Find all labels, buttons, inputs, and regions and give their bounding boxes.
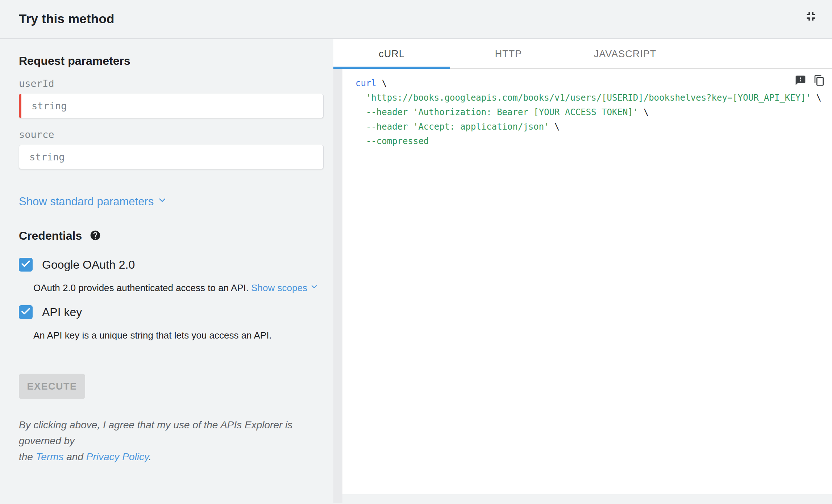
copy-icon <box>814 75 825 87</box>
param-field-userid: userId <box>19 78 333 118</box>
oauth-description-text: OAuth 2.0 provides authenticated access … <box>33 282 251 293</box>
oauth-checkbox-row[interactable]: Google OAuth 2.0 <box>19 258 333 272</box>
userid-input-wrap <box>19 94 324 118</box>
credentials-help-button[interactable] <box>89 230 101 242</box>
userid-label: userId <box>19 78 333 89</box>
legal-line2-prefix: the <box>19 451 36 462</box>
tab-http[interactable]: HTTP <box>450 39 567 69</box>
credentials-heading: Credentials <box>19 229 82 243</box>
request-panel: Request parameters userId source Show st… <box>0 39 333 503</box>
tab-javascript[interactable]: JAVASCRIPT <box>567 39 683 69</box>
oauth-checkbox[interactable] <box>19 258 33 272</box>
apikey-checkbox-row[interactable]: API key <box>19 305 333 319</box>
checkmark-icon <box>20 259 31 271</box>
oauth-checkbox-label: Google OAuth 2.0 <box>42 258 135 272</box>
terms-link[interactable]: Terms <box>36 451 64 462</box>
fullscreen-exit-icon <box>804 9 818 25</box>
chevron-down-icon <box>157 195 167 208</box>
code-region: curl \ 'https://books.googleapis.com/boo… <box>333 69 832 503</box>
code-card: curl \ 'https://books.googleapis.com/boo… <box>342 69 832 494</box>
main-content: Request parameters userId source Show st… <box>0 39 832 503</box>
help-icon <box>90 230 101 242</box>
source-input[interactable] <box>19 145 323 169</box>
source-input-wrap <box>19 145 324 169</box>
page-title: Try this method <box>19 12 115 26</box>
dialog-header: Try this method <box>0 0 832 39</box>
code-sample-panel: cURL HTTP JAVASCRIPT <box>333 39 832 503</box>
userid-input[interactable] <box>21 94 323 118</box>
execute-button[interactable]: EXECUTE <box>19 374 85 399</box>
feedback-button[interactable] <box>794 75 807 87</box>
oauth-description: OAuth 2.0 provides authenticated access … <box>33 282 333 294</box>
legal-text: By clicking above, I agree that my use o… <box>19 417 330 465</box>
legal-line1: By clicking above, I agree that my use o… <box>19 419 292 446</box>
tab-curl[interactable]: cURL <box>333 39 450 69</box>
feedback-icon <box>795 75 806 87</box>
param-field-source: source <box>19 129 333 169</box>
chevron-down-icon <box>310 282 319 294</box>
privacy-policy-link[interactable]: Privacy Policy <box>86 451 149 462</box>
checkmark-icon <box>20 306 31 318</box>
show-standard-parameters-link[interactable]: Show standard parameters <box>19 195 154 208</box>
code-language-tabs: cURL HTTP JAVASCRIPT <box>333 39 832 69</box>
apikey-checkbox-label: API key <box>42 306 82 319</box>
legal-line2-middle: and <box>63 451 86 462</box>
code-block: curl \ 'https://books.googleapis.com/boo… <box>355 76 828 148</box>
apikey-checkbox[interactable] <box>19 305 33 319</box>
apikey-description: An API key is a unique string that lets … <box>33 330 333 341</box>
show-scopes-link[interactable]: Show scopes <box>251 282 307 293</box>
legal-line2-suffix: . <box>149 451 151 462</box>
source-label: source <box>19 129 333 140</box>
request-parameters-heading: Request parameters <box>19 54 333 68</box>
collapse-button[interactable] <box>802 8 820 25</box>
copy-button[interactable] <box>813 75 825 87</box>
